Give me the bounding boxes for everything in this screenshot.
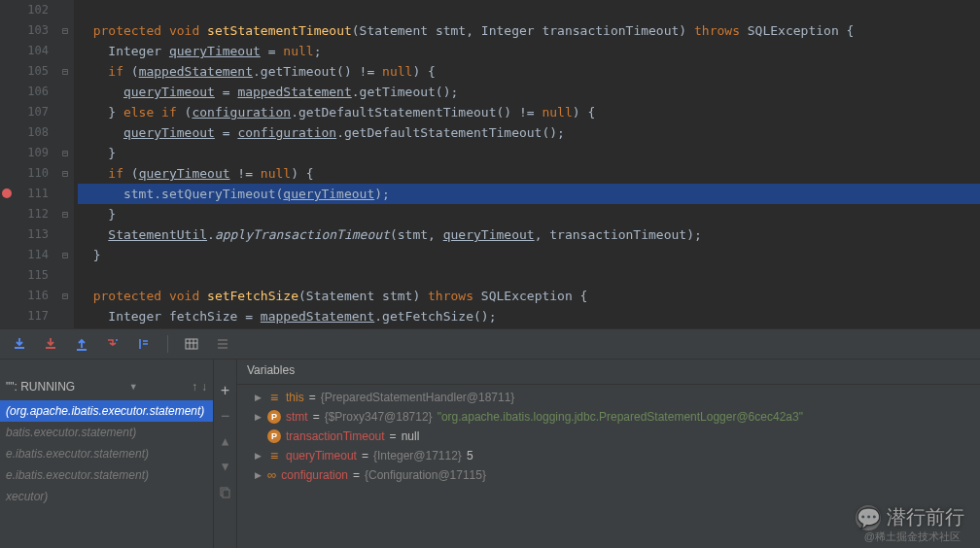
download-red-icon[interactable] bbox=[43, 336, 58, 352]
download-icon[interactable] bbox=[12, 336, 27, 352]
expand-icon[interactable]: ▶ bbox=[255, 446, 262, 465]
code-editor[interactable]: 102 103 104 105 106 107 108 109 110 111 … bbox=[0, 0, 980, 328]
fold-gutter: ⊟ ⊟ ⊟ ⊟ ⊟ ⊟ ⊟ bbox=[56, 0, 74, 328]
line-number: 113 bbox=[0, 224, 49, 245]
breakpoint-icon[interactable] bbox=[2, 188, 12, 198]
line-number: 116 bbox=[0, 286, 49, 306]
stack-frame[interactable]: xecutor) bbox=[0, 486, 213, 507]
debug-toolbar bbox=[0, 328, 980, 360]
stack-frame[interactable]: batis.executor.statement) bbox=[0, 422, 213, 443]
line-number: 108 bbox=[0, 122, 49, 143]
code-body[interactable]: protected void setStatementTimeout(State… bbox=[74, 0, 980, 328]
debug-panel: "": RUNNING ▼ ↑ ↓ (org.apache.ibatis.exe… bbox=[0, 360, 980, 548]
thread-selector[interactable]: "": RUNNING ▼ ↑ ↓ bbox=[0, 373, 213, 400]
step-icon[interactable] bbox=[105, 336, 121, 352]
svg-rect-2 bbox=[223, 490, 229, 497]
svg-rect-0 bbox=[186, 339, 197, 349]
line-number: 103 bbox=[0, 20, 49, 41]
fold-icon[interactable]: ⊟ bbox=[56, 20, 74, 41]
param-icon: P bbox=[267, 429, 281, 443]
variable-row[interactable]: P transactionTimeout = null bbox=[241, 427, 976, 446]
remove-watch-icon[interactable]: − bbox=[218, 408, 233, 424]
object-icon: ≡ bbox=[267, 391, 281, 404]
line-number: 107 bbox=[0, 102, 49, 122]
param-icon: P bbox=[267, 410, 281, 424]
fold-icon[interactable]: ⊟ bbox=[56, 245, 74, 265]
expand-icon[interactable]: ▶ bbox=[255, 465, 262, 485]
fold-icon[interactable]: ⊟ bbox=[56, 286, 74, 306]
fold-icon[interactable]: ⊟ bbox=[56, 61, 74, 82]
line-number: 115 bbox=[0, 265, 49, 286]
line-number: 105 bbox=[0, 61, 49, 82]
variable-row[interactable]: ▶ P stmt = {$Proxy347@18712} "org.apache… bbox=[241, 407, 976, 427]
line-number: 117 bbox=[0, 306, 49, 326]
add-watch-icon[interactable]: + bbox=[218, 383, 233, 398]
line-number-breakpoint[interactable]: 111 bbox=[0, 184, 49, 204]
expand-icon[interactable]: ▶ bbox=[255, 407, 262, 427]
line-number: 102 bbox=[0, 0, 49, 20]
object-icon: ≡ bbox=[267, 449, 281, 462]
line-number: 110 bbox=[0, 163, 49, 184]
fold-icon[interactable]: ⊟ bbox=[56, 143, 74, 163]
watermark-sub: @稀土掘金技术社区 bbox=[864, 530, 961, 544]
variable-row[interactable]: ▶ ≡ queryTimeout = {Integer@17112} 5 bbox=[241, 446, 976, 465]
next-frame-icon[interactable]: ↓ bbox=[201, 380, 207, 394]
stack-frame[interactable]: e.ibatis.executor.statement) bbox=[0, 443, 213, 464]
line-number: 104 bbox=[0, 41, 49, 61]
line-number: 109 bbox=[0, 143, 49, 163]
variable-row[interactable]: ▶ ∞ configuration = {Configuration@17115… bbox=[241, 465, 976, 485]
copy-icon[interactable] bbox=[218, 484, 233, 499]
line-number: 106 bbox=[0, 82, 49, 102]
stack-frame[interactable]: (org.apache.ibatis.executor.statement) bbox=[0, 400, 213, 422]
frames-panel: "": RUNNING ▼ ↑ ↓ (org.apache.ibatis.exe… bbox=[0, 360, 214, 548]
upload-icon[interactable] bbox=[74, 336, 89, 352]
table-icon[interactable] bbox=[184, 336, 199, 352]
variable-row[interactable]: ▶ ≡ this = {PreparedStatementHandler@187… bbox=[241, 388, 976, 407]
cursor-icon[interactable] bbox=[136, 336, 152, 352]
variables-panel: Variables ▶ ≡ this = {PreparedStatementH… bbox=[237, 360, 980, 548]
up-icon[interactable]: ▲ bbox=[218, 433, 233, 449]
link-icon: ∞ bbox=[267, 465, 276, 485]
fold-icon[interactable]: ⊟ bbox=[56, 204, 74, 224]
line-gutter: 102 103 104 105 106 107 108 109 110 111 … bbox=[0, 0, 56, 328]
prev-frame-icon[interactable]: ↑ bbox=[192, 380, 197, 394]
list-icon[interactable] bbox=[215, 336, 230, 352]
variables-header: Variables bbox=[237, 360, 980, 385]
stack-frame[interactable]: e.ibatis.executor.statement) bbox=[0, 464, 213, 486]
current-execution-line: stmt.setQueryTimeout(queryTimeout); bbox=[78, 184, 980, 204]
down-icon[interactable]: ▼ bbox=[218, 459, 233, 474]
vars-toolbar: + − ▲ ▼ bbox=[214, 360, 237, 548]
fold-icon[interactable]: ⊟ bbox=[56, 163, 74, 184]
line-number: 112 bbox=[0, 204, 49, 224]
line-number: 114 bbox=[0, 245, 49, 265]
expand-icon[interactable]: ▶ bbox=[255, 388, 262, 407]
